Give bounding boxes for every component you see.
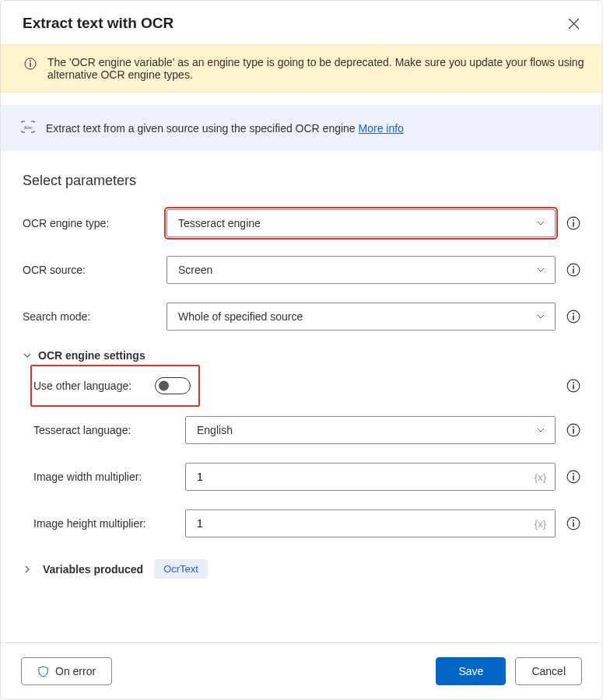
chevron-down-icon [536,265,545,275]
dialog-footer: On error Save Cancel [1,642,602,699]
svg-point-23 [573,520,574,521]
search-mode-select[interactable]: Whole of specified source [167,303,556,331]
use-other-language-label: Use other language: [33,380,131,392]
svg-point-8 [573,266,574,268]
help-icon[interactable] [566,310,580,324]
image-width-multiplier-label: Image width multiplier: [33,471,177,483]
help-icon[interactable] [566,379,580,393]
close-button[interactable] [562,12,585,35]
dialog-header: Extract text with OCR [1,1,602,44]
svg-rect-15 [573,384,574,389]
ocr-engine-type-row: OCR engine type: Tesseract engine [23,209,580,237]
use-other-language-highlight: Use other language: [30,365,200,407]
description-banner: Abc Extract text from a given source usi… [1,105,602,151]
tesseract-language-row: Tesseract language: English [33,416,580,444]
ocr-engine-settings-section: Use other language: Tesseract language: … [23,377,580,537]
deprecation-warning-banner: The 'OCR engine variable' as an engine t… [1,44,602,93]
chevron-down-icon [536,219,545,228]
save-button[interactable]: Save [436,657,506,685]
help-icon[interactable] [566,216,580,230]
ocr-engine-settings-header[interactable]: OCR engine settings [23,349,580,362]
tesseract-language-select[interactable]: English [185,416,556,444]
warning-text: The 'OCR engine variable' as an engine t… [47,56,585,81]
toggle-knob [159,381,169,391]
dialog-content: Select parameters OCR engine type: Tesse… [1,151,602,642]
variable-picker-icon[interactable]: {x} [535,518,546,530]
svg-rect-2 [30,63,30,68]
cancel-button[interactable]: Cancel [515,657,582,685]
help-icon[interactable] [566,516,580,530]
use-other-language-toggle[interactable] [155,377,191,394]
ocr-engine-type-select[interactable]: Tesseract engine [167,209,556,237]
variables-produced-row[interactable]: Variables produced OcrText [23,559,580,579]
more-info-link[interactable]: More info [359,122,404,135]
svg-rect-18 [573,429,574,433]
variable-badge-ocrtext[interactable]: OcrText [154,559,208,579]
variable-picker-icon[interactable]: {x} [535,471,546,483]
close-icon [568,18,580,30]
on-error-button[interactable]: On error [21,657,112,685]
svg-rect-6 [573,222,574,226]
svg-point-17 [573,426,574,428]
svg-point-14 [573,382,574,383]
svg-point-1 [30,61,31,62]
ocr-source-label: OCR source: [23,264,159,276]
svg-point-20 [573,473,574,474]
ocr-source-row: OCR source: Screen [23,256,580,284]
image-height-multiplier-input[interactable] [185,509,556,537]
chevron-right-icon [23,565,32,574]
ocr-source-select[interactable]: Screen [167,256,556,284]
help-icon[interactable] [566,470,580,484]
info-icon [24,58,37,72]
help-icon[interactable] [566,263,580,277]
chevron-down-icon [23,351,32,360]
help-icon[interactable] [566,423,580,437]
svg-point-11 [573,313,574,314]
variables-produced-label: Variables produced [43,563,143,576]
search-mode-label: Search mode: [23,310,159,323]
svg-rect-12 [573,315,574,320]
svg-point-5 [573,219,574,221]
chevron-down-icon [536,425,545,435]
chevron-down-icon [536,312,545,321]
svg-rect-24 [573,522,574,527]
image-width-multiplier-row: Image width multiplier: {x} [33,463,580,491]
tesseract-language-label: Tesseract language: [33,424,177,436]
svg-rect-21 [573,475,574,480]
svg-rect-9 [573,268,574,273]
use-other-language-row: Use other language: [33,377,580,394]
extract-text-ocr-dialog: Extract text with OCR The 'OCR engine va… [0,0,603,700]
search-mode-row: Search mode: Whole of specified source [23,303,580,331]
ocr-engine-type-label: OCR engine type: [23,217,159,229]
section-title: Select parameters [23,173,580,189]
image-width-multiplier-input[interactable] [185,463,556,491]
dialog-title: Extract text with OCR [23,15,174,32]
image-height-multiplier-row: Image height multiplier: {x} [33,509,580,537]
svg-text:Abc: Abc [23,124,33,131]
image-height-multiplier-label: Image height multiplier: [33,517,177,530]
description-text: Extract text from a given source using t… [46,122,404,135]
shield-icon [37,666,49,677]
ocr-abc-icon: Abc [21,121,35,135]
